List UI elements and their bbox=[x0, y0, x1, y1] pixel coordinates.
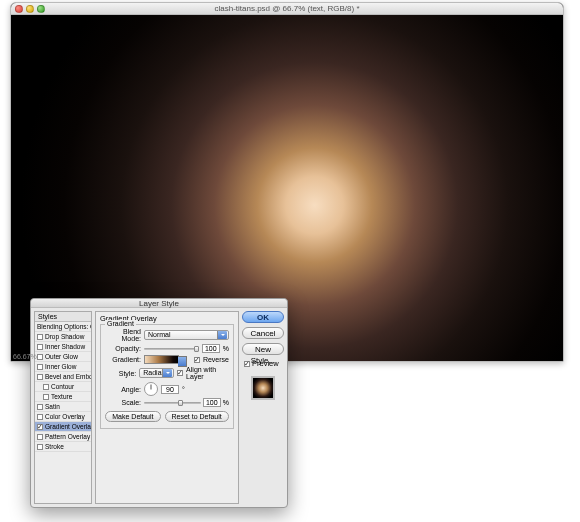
drop-shadow-row[interactable]: Drop Shadow bbox=[35, 332, 91, 342]
angle-input[interactable]: 90 bbox=[161, 385, 179, 394]
reverse-checkbox[interactable] bbox=[194, 357, 200, 363]
fieldset-legend: Gradient bbox=[105, 320, 136, 327]
ok-button[interactable]: OK bbox=[242, 311, 284, 323]
close-icon[interactable] bbox=[15, 5, 23, 13]
inner-glow-row[interactable]: Inner Glow bbox=[35, 362, 91, 372]
dialog-buttons: OK Cancel New Style... Preview bbox=[242, 311, 284, 504]
color-overlay-checkbox[interactable] bbox=[37, 414, 43, 420]
color-overlay-row[interactable]: Color Overlay bbox=[35, 412, 91, 422]
angle-dial[interactable] bbox=[144, 382, 158, 396]
blend-mode-select[interactable]: Normal bbox=[144, 330, 229, 340]
inner-glow-checkbox[interactable] bbox=[37, 364, 43, 370]
contour-checkbox[interactable] bbox=[43, 384, 49, 390]
zoom-icon[interactable] bbox=[37, 5, 45, 13]
pattern-overlay-checkbox[interactable] bbox=[37, 434, 43, 440]
scale-label: Scale: bbox=[105, 399, 141, 406]
texture-checkbox[interactable] bbox=[43, 394, 49, 400]
preview-swatch bbox=[251, 376, 275, 400]
styles-header[interactable]: Styles bbox=[35, 312, 91, 322]
make-default-button[interactable]: Make Default bbox=[105, 411, 160, 422]
align-layer-checkbox[interactable] bbox=[177, 370, 183, 376]
dialog-title: Layer Style bbox=[31, 299, 287, 308]
stroke-checkbox[interactable] bbox=[37, 444, 43, 450]
gradient-overlay-row[interactable]: Gradient Overlay bbox=[35, 422, 91, 432]
gradient-fieldset: Gradient Blend Mode: Normal Opacity: 100… bbox=[100, 324, 234, 429]
reset-default-button[interactable]: Reset to Default bbox=[165, 411, 229, 422]
opacity-input[interactable]: 100 bbox=[202, 344, 220, 353]
opacity-slider[interactable] bbox=[144, 345, 199, 353]
gradient-picker[interactable] bbox=[144, 355, 179, 364]
zoom-level: 66.67% bbox=[13, 353, 37, 360]
scale-input[interactable]: 100 bbox=[203, 398, 221, 407]
preview-checkbox[interactable] bbox=[244, 361, 250, 367]
inner-shadow-row[interactable]: Inner Shadow bbox=[35, 342, 91, 352]
outer-glow-row[interactable]: Outer Glow bbox=[35, 352, 91, 362]
bevel-emboss-checkbox[interactable] bbox=[37, 374, 43, 380]
inner-shadow-checkbox[interactable] bbox=[37, 344, 43, 350]
satin-checkbox[interactable] bbox=[37, 404, 43, 410]
settings-panel: Gradient Overlay Gradient Blend Mode: No… bbox=[95, 311, 239, 504]
styles-list: Styles Blending Options: Custom Drop Sha… bbox=[34, 311, 92, 504]
reverse-label: Reverse bbox=[203, 356, 229, 363]
outer-glow-checkbox[interactable] bbox=[37, 354, 43, 360]
satin-row[interactable]: Satin bbox=[35, 402, 91, 412]
align-layer-label: Align with Layer bbox=[186, 366, 229, 380]
opacity-label: Opacity: bbox=[105, 345, 141, 352]
document-titlebar[interactable]: clash-titans.psd @ 66.7% (text, RGB/8) * bbox=[11, 3, 563, 15]
stroke-row[interactable]: Stroke bbox=[35, 442, 91, 452]
style-select[interactable]: Radial bbox=[139, 368, 174, 378]
cancel-button[interactable]: Cancel bbox=[242, 327, 284, 339]
preview-label: Preview bbox=[252, 359, 279, 368]
layer-style-dialog: Layer Style Styles Blending Options: Cus… bbox=[30, 298, 288, 508]
angle-label: Angle: bbox=[105, 386, 141, 393]
pattern-overlay-row[interactable]: Pattern Overlay bbox=[35, 432, 91, 442]
minimize-icon[interactable] bbox=[26, 5, 34, 13]
scale-slider[interactable] bbox=[144, 399, 201, 407]
window-controls bbox=[15, 5, 45, 13]
blending-options-row[interactable]: Blending Options: Custom bbox=[35, 322, 91, 332]
document-title: clash-titans.psd @ 66.7% (text, RGB/8) * bbox=[11, 4, 563, 13]
drop-shadow-checkbox[interactable] bbox=[37, 334, 43, 340]
dialog-titlebar[interactable]: Layer Style bbox=[31, 299, 287, 308]
gradient-overlay-checkbox[interactable] bbox=[37, 424, 43, 430]
gradient-label: Gradient: bbox=[105, 356, 141, 363]
texture-row[interactable]: Texture bbox=[35, 392, 91, 402]
style-label: Style: bbox=[105, 370, 136, 377]
blend-mode-label: Blend Mode: bbox=[105, 328, 141, 342]
new-style-button[interactable]: New Style... bbox=[242, 343, 284, 355]
bevel-emboss-row[interactable]: Bevel and Emboss bbox=[35, 372, 91, 382]
contour-row[interactable]: Contour bbox=[35, 382, 91, 392]
